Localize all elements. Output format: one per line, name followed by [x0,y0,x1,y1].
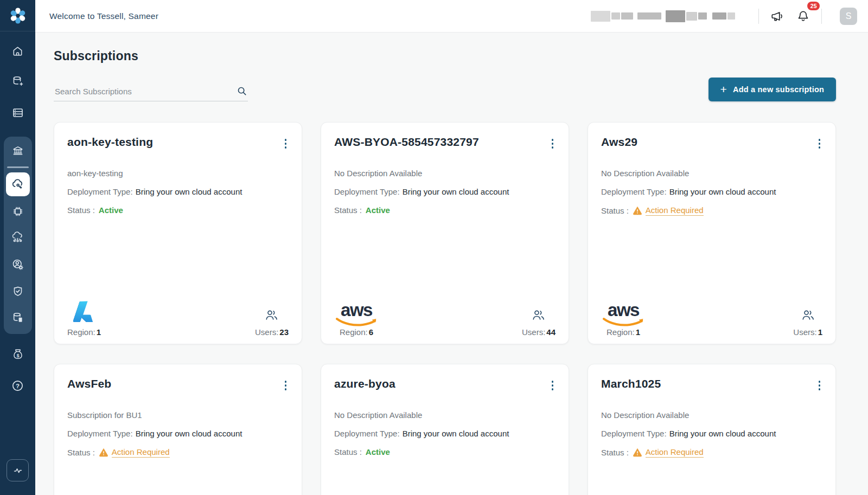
card-menu-button[interactable] [550,377,556,394]
status-badge: Active [366,447,390,457]
svg-text:$: $ [16,352,19,358]
aws-logo: aws [601,303,646,327]
users-icon [801,308,815,325]
region-label: Region: [607,327,635,337]
subscription-card: azure-byoa No Description Available Depl… [321,364,569,495]
search-input[interactable] [54,86,236,97]
deployment-type-label: Deployment Type: [67,187,133,196]
users-label: Users: [793,327,816,337]
welcome-text: Welcome to Tessell, Sameer [49,11,158,21]
subscription-card: AwsFeb Subscription for BU1 Deployment T… [54,364,302,495]
card-description: No Description Available [334,169,556,178]
subscriptions-grid: aon-key-testing aon-key-testing Deployme… [54,122,836,495]
redacted-text [591,9,736,23]
sidebar-divider [7,166,29,168]
users-value: 1 [818,327,822,337]
avatar[interactable]: S [840,8,857,25]
announcements-icon[interactable] [768,7,787,25]
deployment-type-label: Deployment Type: [601,429,667,438]
card-description: No Description Available [601,169,822,178]
money-bag-icon[interactable]: $ [5,342,31,368]
users-label: Users: [522,327,545,337]
card-description: No Description Available [334,410,556,420]
status-label: Status : [601,448,629,457]
deployment-type-value: Bring your own cloud account [403,187,509,196]
region-label: Region: [340,327,368,337]
svg-text:?: ? [16,383,20,389]
users-icon [264,308,279,325]
subscription-card: AWS-BYOA-585457332797 No Description Ava… [321,122,569,344]
users-value: 23 [279,327,289,337]
deployment-type-value: Bring your own cloud account [403,429,509,438]
home-icon[interactable] [5,38,31,64]
header-divider [821,9,822,24]
deployment-type-value: Bring your own cloud account [136,187,242,196]
status-action-required-link[interactable]: Action Required [646,447,704,458]
deployment-type-label: Deployment Type: [601,187,667,196]
warning-icon [99,447,108,457]
status-label: Status : [67,448,95,457]
status-label: Status : [334,205,362,215]
region-value: 6 [369,327,373,337]
azure-logo [72,300,96,326]
aws-logo: aws [334,303,379,327]
sidebar: $ ? [0,0,35,495]
activity-icon[interactable] [7,459,29,481]
status-action-required-link[interactable]: Action Required [112,447,170,458]
status-label: Status : [67,205,95,215]
tessell-logo[interactable] [0,0,35,31]
status-label: Status : [334,447,362,457]
notification-badge[interactable]: 25 [807,2,820,10]
help-icon[interactable]: ? [5,373,31,399]
card-description: Subscription for BU1 [67,410,289,420]
card-menu-button[interactable] [283,377,289,394]
warning-icon [633,205,642,215]
status-badge: Active [366,205,390,215]
users-icon [531,308,546,325]
shield-check-icon[interactable] [6,279,30,303]
users-label: Users: [255,327,278,337]
header-divider [758,9,759,24]
search-field [54,85,248,101]
card-menu-button[interactable] [816,136,823,152]
subscription-card: March1025 No Description Available Deplo… [588,364,836,495]
main-content: Subscriptions + Add a new subscription [35,33,868,495]
card-title: azure-byoa [334,377,395,390]
deployment-type-label: Deployment Type: [67,429,133,438]
subscription-card: aon-key-testing aon-key-testing Deployme… [54,122,302,344]
deployment-type-label: Deployment Type: [334,187,400,196]
server-stack-icon[interactable] [5,100,31,126]
card-title: AwsFeb [67,377,111,390]
sidebar-group [4,137,32,334]
add-subscription-button[interactable]: + Add a new subscription [709,78,836,101]
database-card-icon[interactable] [6,306,30,330]
deployment-type-label: Deployment Type: [334,429,400,438]
user-gear-icon[interactable] [6,253,30,277]
card-menu-button[interactable] [816,377,823,394]
plus-icon: + [720,83,727,95]
bank-icon[interactable] [6,139,30,163]
deployment-type-value: Bring your own cloud account [669,429,776,438]
chip-icon[interactable] [6,200,30,223]
card-menu-button[interactable] [283,136,289,152]
cloud-network-icon[interactable] [6,226,30,250]
card-title: AWS-BYOA-585457332797 [334,136,479,149]
deployment-type-value: Bring your own cloud account [136,429,242,438]
status-badge: Active [99,205,123,215]
card-description: No Description Available [601,410,822,420]
card-title: Aws29 [601,136,637,149]
card-title: aon-key-testing [67,136,153,149]
status-action-required-link[interactable]: Action Required [646,205,704,216]
card-title: March1025 [601,377,661,390]
search-icon[interactable] [236,85,248,97]
region-value: 1 [636,327,640,337]
warning-icon [633,447,642,457]
region-label: Region: [67,327,95,337]
database-add-icon[interactable] [5,68,31,94]
deployment-type-value: Bring your own cloud account [669,187,776,196]
status-label: Status : [601,206,629,215]
cloud-key-icon[interactable] [6,172,30,196]
add-subscription-label: Add a new subscription [733,85,824,94]
users-value: 44 [546,327,556,337]
card-menu-button[interactable] [550,136,556,152]
